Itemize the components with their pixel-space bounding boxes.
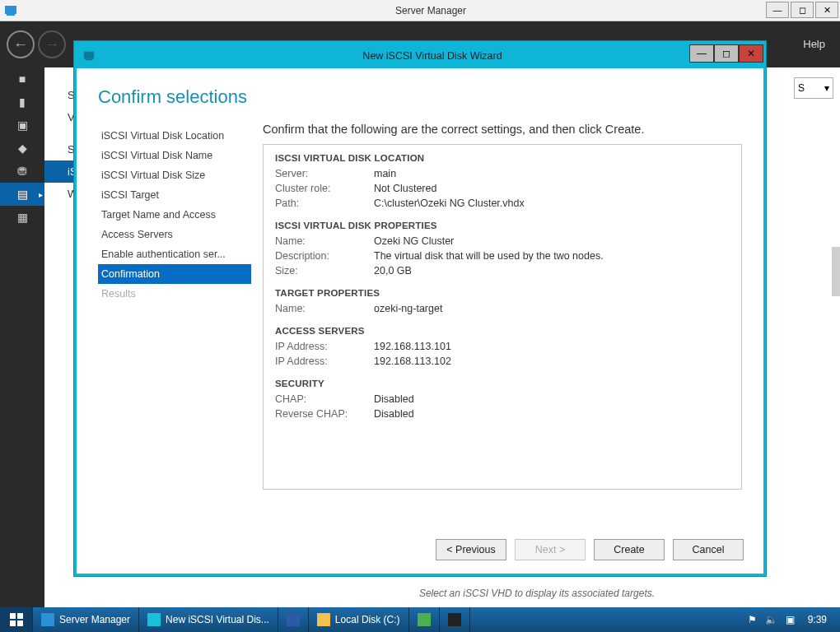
wizard-title: New iSCSI Virtual Disk Wizard [101,50,763,62]
summary-value: C:\cluster\Ozeki NG Cluster.vhdx [374,198,730,209]
wizard-icon [82,49,96,63]
summary-value: Disabled [374,408,730,420]
outer-minimize-button[interactable]: — [766,2,789,18]
confirmation-summary: ISCSI VIRTUAL DISK LOCATIONServer:mainCl… [263,144,742,490]
svg-rect-5 [17,613,23,619]
summary-row: Name:Ozeki NG Cluster [275,234,730,249]
summary-section-header: SECURITY [275,379,730,388]
start-button[interactable] [0,607,33,632]
summary-row: Name:ozeki-ng-target [275,301,730,316]
summary-row: IP Address:192.168.113.102 [275,354,730,369]
summary-row: Description:The virtual disk that will b… [275,249,730,263]
outer-title: Server Manager [21,5,840,16]
summary-section-header: ACCESS SERVERS [275,326,730,336]
wizard-titlebar[interactable]: New iSCSI Virtual Disk Wizard — ◻ ✕ [77,44,763,68]
tray-icon[interactable]: ⚑ [748,614,757,625]
outer-close-button[interactable]: ✕ [815,2,838,18]
create-button[interactable]: Create [594,539,665,560]
task-label: Local Disk (C:) [335,614,400,625]
wizard-step: Results [98,284,251,304]
summary-key: IP Address: [275,341,374,352]
server-manager-icon [3,3,18,18]
wizard-step[interactable]: iSCSI Virtual Disk Size [98,165,251,185]
summary-key: Cluster role: [275,183,374,194]
summary-key: Path: [275,198,374,209]
wizard-heading: Confirm selections [98,86,742,108]
wizard-step[interactable]: Target Name and Access [98,205,251,225]
wizard-window-buttons: — ◻ ✕ [689,44,763,63]
taskbar-task[interactable] [278,607,309,632]
summary-row: Cluster role:Not Clustered [275,181,730,196]
taskbar: Server ManagerNew iSCSI Virtual Dis...Lo… [0,607,840,632]
outer-window-buttons: — ◻ ✕ [764,2,838,18]
wizard-step[interactable]: Confirmation [98,264,251,284]
taskbar-tasks: Server ManagerNew iSCSI Virtual Dis...Lo… [33,607,470,632]
wizard-close-button[interactable]: ✕ [739,44,763,63]
tasks-dropdown-fragment[interactable]: S ▾ [794,77,833,99]
tray-icon[interactable]: 🔈 [765,614,777,625]
wizard-step[interactable]: iSCSI Virtual Disk Name [98,146,251,165]
wizard-step[interactable]: Enable authentication ser... [98,244,251,264]
rail-item[interactable]: ◆ [0,137,44,160]
task-label: New iSCSI Virtual Dis... [166,614,269,625]
taskbar-clock[interactable]: 9:39 [803,614,832,625]
summary-value: 20,0 GB [374,265,730,276]
taskbar-task[interactable]: Server Manager [33,607,139,632]
wizard-body: Confirm selections iSCSI Virtual Disk Lo… [77,68,763,574]
rail-item[interactable]: ▮ [0,91,44,114]
wizard-step[interactable]: iSCSI Target [98,185,251,205]
task-icon [448,613,461,626]
back-button[interactable]: ← [7,30,35,58]
summary-section-header: ISCSI VIRTUAL DISK PROPERTIES [275,221,730,230]
rail-item[interactable]: ▦ [0,206,44,229]
left-nav-rail: ■ ▮ ▣ ◆ ⛃ ▤ ▦ [0,67,44,607]
tray-icon[interactable]: ▣ [786,614,795,625]
empty-state-hint: Select an iSCSI VHD to display its assoc… [250,588,824,599]
summary-key: Name: [275,235,374,247]
scrollbar-fragment[interactable] [832,247,840,296]
wizard-step[interactable]: iSCSI Virtual Disk Location [98,126,251,146]
summary-row: Path:C:\cluster\Ozeki NG Cluster.vhdx [275,196,730,211]
svg-rect-6 [10,620,16,626]
summary-value: Not Clustered [374,183,730,194]
summary-row: Server:main [275,166,730,181]
wizard-minimize-button[interactable]: — [689,44,714,63]
wizard-step[interactable]: Access Servers [98,225,251,244]
cancel-button[interactable]: Cancel [673,539,744,560]
summary-key: Server: [275,168,374,179]
taskbar-task[interactable] [409,607,440,632]
wizard-step-list: iSCSI Virtual Disk LocationiSCSI Virtual… [98,123,251,509]
wizard-footer: < Previous Next > Create Cancel [77,539,763,560]
rail-item[interactable]: ⛃ [0,160,44,183]
chevron-down-icon: ▾ [824,82,829,94]
rail-item[interactable]: ▣ [0,114,44,137]
summary-key: Reverse CHAP: [275,408,374,420]
wizard-main: Confirm that the following are the corre… [251,123,742,509]
task-icon [317,613,330,626]
summary-value: 192.168.113.101 [374,341,730,352]
task-icon [41,613,54,626]
taskbar-task[interactable] [440,607,470,632]
summary-row: IP Address:192.168.113.101 [275,339,730,354]
summary-row: CHAP:Disabled [275,392,730,407]
wizard-maximize-button[interactable]: ◻ [714,44,739,63]
help-menu[interactable]: Help [803,38,825,50]
forward-button[interactable]: → [38,30,66,58]
wizard-columns: iSCSI Virtual Disk LocationiSCSI Virtual… [98,123,742,509]
previous-button[interactable]: < Previous [436,539,506,560]
svg-rect-2 [84,52,94,59]
summary-value: ozeki-ng-target [374,303,730,314]
next-button: Next > [515,539,586,560]
taskbar-task[interactable]: Local Disk (C:) [309,607,409,632]
taskbar-task[interactable]: New iSCSI Virtual Dis... [139,607,278,632]
svg-rect-7 [17,620,23,626]
outer-maximize-button[interactable]: ◻ [791,2,814,18]
rail-item[interactable]: ■ [0,67,44,91]
summary-key: CHAP: [275,393,374,405]
summary-key: Name: [275,303,374,314]
task-icon [418,613,431,626]
rail-item-selected[interactable]: ▤ [0,183,44,206]
dropdown-label: S [798,82,805,94]
system-tray: ⚑ 🔈 ▣ 9:39 [740,607,840,632]
summary-row: Size:20,0 GB [275,263,730,278]
